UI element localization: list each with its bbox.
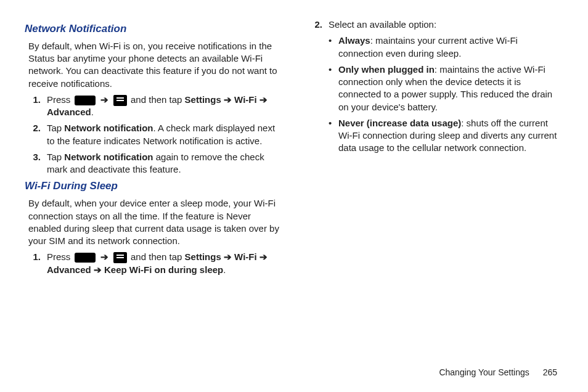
bold-term: Network notification [64,123,153,133]
step-body: Tap Network notification. A check mark d… [47,122,282,147]
intro-network-notification: By default, when Wi-Fi is on, you receiv… [28,40,282,90]
bullet-icon: • [329,117,338,155]
home-button-icon [75,253,96,263]
steps-continued: 2. Select an available option: • Always:… [306,18,563,158]
option-label: Always [338,35,370,46]
text: and then tap [131,94,185,105]
right-column: 2. Select an available option: • Always:… [306,18,563,280]
page-columns: Network Notification By default, when Wi… [25,18,563,280]
menu-button-icon [113,252,127,263]
step-2: 2. Select an available option: • Always:… [306,18,563,158]
footer-section: Changing Your Settings [439,367,529,377]
step-2: 2. Tap Network notification. A check mar… [25,122,282,147]
step-number: 1. [25,94,47,119]
option-list: • Always: maintains your current active … [329,35,563,154]
intro-wifi-during-sleep: By default, when your device enter a sle… [28,197,282,247]
step-number: 1. [25,251,47,276]
home-button-icon [75,96,96,105]
step-number: 2. [25,122,47,147]
text: Select an available option: [329,19,436,30]
arrow-icon: ➔ [99,94,110,105]
option-body: Only when plugged in: maintains the acti… [338,63,563,113]
heading-network-notification: Network Notification [25,22,282,36]
option-never: • Never (increase data usage): shuts off… [329,117,563,155]
step-number: 3. [25,151,47,176]
menu-button-icon [113,95,127,106]
bullet-icon: • [329,63,338,113]
step-3: 3. Tap Network notification again to rem… [25,151,282,176]
step-body: Select an available option: • Always: ma… [329,18,563,158]
left-column: Network Notification By default, when Wi… [25,18,282,280]
heading-wifi-during-sleep: Wi-Fi During Sleep [25,179,282,194]
option-always: • Always: maintains your current active … [329,35,563,60]
arrow-icon: ➔ [99,251,110,262]
text: . [91,107,94,117]
page-footer: Changing Your Settings 265 [439,367,557,377]
step-number: 2. [306,18,329,158]
step-1: 1. Press ➔ and then tap Settings ➔ Wi-Fi… [25,94,282,119]
steps-wifi-during-sleep: 1. Press ➔ and then tap Settings ➔ Wi-Fi… [25,251,282,276]
option-body: Never (increase data usage): shuts off t… [338,117,563,155]
step-body: Press ➔ and then tap Settings ➔ Wi-Fi ➔ … [47,251,282,276]
step-body: Tap Network notification again to remove… [47,151,282,176]
steps-network-notification: 1. Press ➔ and then tap Settings ➔ Wi-Fi… [25,94,282,176]
bullet-icon: • [329,35,338,60]
text: Tap [47,152,64,162]
step-1: 1. Press ➔ and then tap Settings ➔ Wi-Fi… [25,251,282,276]
text: and then tap [131,251,185,262]
text: Press [47,94,73,105]
step-body: Press ➔ and then tap Settings ➔ Wi-Fi ➔ … [47,94,282,119]
option-body: Always: maintains your current active Wi… [338,35,563,60]
text: . [223,264,226,275]
text: Tap [47,123,64,133]
option-only-plugged: • Only when plugged in: maintains the ac… [329,63,563,113]
bold-term: Network notification [64,152,153,162]
page-number: 265 [543,367,557,377]
option-label: Only when plugged in [338,64,435,75]
text: Press [47,251,73,262]
option-label: Never (increase data usage) [338,118,461,128]
